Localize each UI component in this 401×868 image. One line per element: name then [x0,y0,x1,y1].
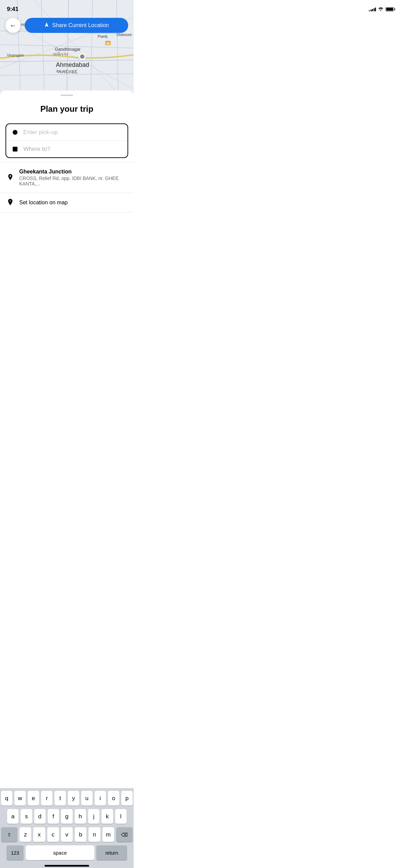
pickup-input[interactable] [23,129,122,136]
status-bar: 9:41 [0,0,134,15]
suggestion-address: CROSS, Relief Rd, opp. IDBI BANK, nr. GH… [19,176,127,186]
share-location-button[interactable]: Share Current Location [25,18,128,33]
set-location-label: Set location on map [19,200,68,206]
set-location-icon [7,199,14,206]
suggestion-info: Gheekanta Junction CROSS, Relief Rd, opp… [19,169,127,186]
suggestion-item-gheekanta[interactable]: Gheekanta Junction CROSS, Relief Rd, opp… [0,162,134,193]
route-icon-bottom [12,147,19,152]
svg-text:68: 68 [106,42,110,45]
svg-text:Viramgam: Viramgam [7,53,24,57]
svg-text:Prantij: Prantij [98,35,107,38]
status-time: 9:41 [7,6,19,13]
search-box: Where to? [5,123,128,158]
svg-point-26 [80,54,85,59]
navigation-icon [44,22,49,29]
back-button[interactable]: ← [5,18,21,33]
back-arrow-icon: ← [10,22,16,29]
svg-text:Gandhinagar: Gandhinagar [55,47,81,52]
destination-placeholder: Where to? [23,146,122,153]
svg-text:Dhansura: Dhansura [117,33,132,37]
destination-row[interactable]: Where to? [6,141,127,157]
set-location-item[interactable]: Set location on map [0,193,134,212]
svg-text:Ahmedabad: Ahmedabad [56,61,89,68]
suggestion-name: Gheekanta Junction [19,169,127,175]
bottom-sheet: Plan your trip Where to? Gheekanta Junct… [0,91,134,284]
svg-text:અમદાવાદ: અમદાવાદ [56,69,78,74]
route-icon-top [12,130,19,135]
divider-3 [0,212,134,213]
svg-point-27 [10,201,11,202]
sheet-title: Plan your trip [0,104,134,114]
location-pin-icon [7,174,14,181]
pickup-row[interactable] [6,124,127,141]
svg-text:ગાંધીનગર: ગાંધીનગર [52,52,68,57]
drag-handle[interactable] [61,95,73,96]
share-location-label: Share Current Location [52,22,109,28]
